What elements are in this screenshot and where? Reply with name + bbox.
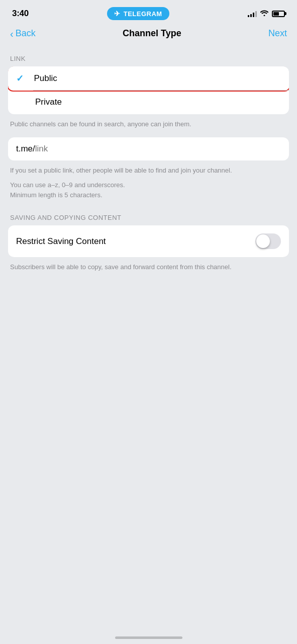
battery-icon: [272, 11, 285, 17]
public-option[interactable]: ✓ Public: [8, 66, 289, 92]
telegram-badge: ✈ TELEGRAM: [107, 7, 169, 20]
link-help-text-2: You can use a–z, 0–9 and underscores. Mi…: [0, 175, 297, 200]
page-title: Channel Type: [123, 28, 181, 39]
saving-section-label: SAVING AND COPYING CONTENT: [0, 200, 297, 225]
toggle-thumb: [256, 234, 270, 248]
wifi-icon: [260, 10, 268, 18]
restrict-saving-toggle[interactable]: [255, 233, 281, 249]
chevron-left-icon: ‹: [10, 29, 14, 39]
next-button[interactable]: Next: [268, 28, 287, 39]
link-help-text-1: If you set a public link, other people w…: [0, 160, 297, 176]
link-section-label: LINK: [0, 46, 297, 66]
back-label: Back: [16, 28, 36, 39]
saving-description: Subscribers will be able to copy, save a…: [0, 257, 297, 272]
status-center: ✈ TELEGRAM: [107, 7, 169, 20]
app-name: TELEGRAM: [124, 10, 162, 18]
link-input-row: t.me/: [16, 144, 281, 154]
content-area: LINK ✓ Public Private Public channels ca…: [0, 46, 297, 292]
channel-type-list: ✓ Public Private: [8, 66, 289, 114]
restrict-saving-card: Restrict Saving Content: [8, 225, 289, 257]
back-button[interactable]: ‹ Back: [10, 28, 36, 39]
status-time: 3:40: [12, 9, 29, 19]
link-prefix: t.me/: [16, 144, 35, 154]
nav-bar: ‹ Back Channel Type Next: [0, 24, 297, 46]
checkmark-icon: ✓: [16, 73, 26, 84]
restrict-saving-row: Restrict Saving Content: [16, 225, 281, 257]
private-option[interactable]: Private: [8, 90, 289, 114]
status-bar: 3:40 ✈ TELEGRAM: [0, 0, 297, 24]
public-description: Public channels can be found in search, …: [0, 114, 297, 129]
private-label: Private: [35, 97, 62, 107]
home-indicator: [115, 636, 182, 639]
telegram-icon: ✈: [114, 10, 121, 18]
public-label: Public: [34, 73, 57, 84]
status-icons: [248, 10, 285, 18]
restrict-saving-label: Restrict Saving Content: [16, 236, 106, 247]
link-input-card: t.me/: [8, 137, 289, 160]
link-input[interactable]: [35, 144, 281, 154]
signal-icon: [248, 10, 257, 17]
